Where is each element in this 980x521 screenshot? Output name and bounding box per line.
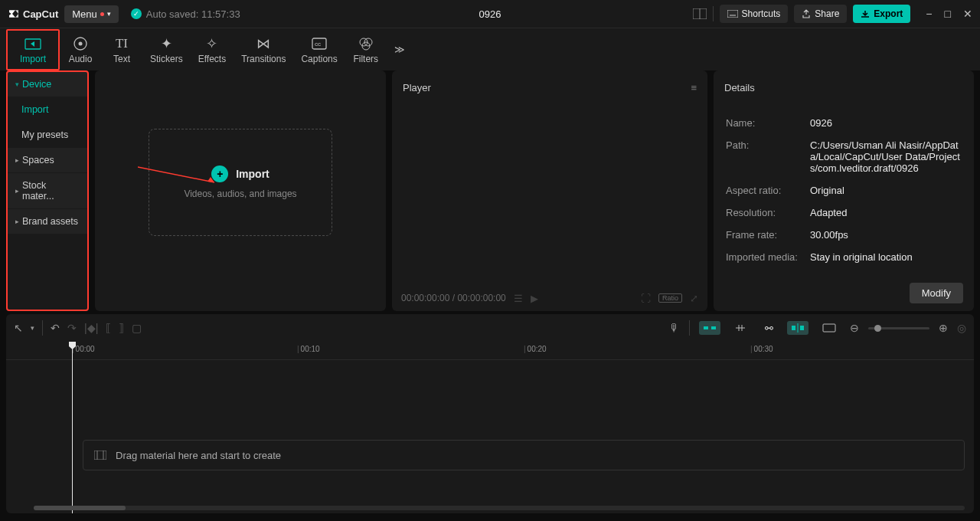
import-icon bbox=[24, 35, 41, 52]
zoom-in-button[interactable]: ⊕ bbox=[939, 322, 948, 334]
main-row: ▾ Device Import My presets ▸ Spaces ▸ St… bbox=[0, 70, 980, 311]
playhead[interactable] bbox=[72, 342, 73, 513]
timeline-tools-right: 🎙 ⚯ ⊖ ⊕ ◎ bbox=[669, 320, 966, 336]
zoom-fit-button[interactable]: ◎ bbox=[957, 322, 966, 334]
filters-icon bbox=[358, 35, 374, 52]
sidebar-stock-label: Stock mater... bbox=[22, 180, 80, 202]
modify-button[interactable]: Modify bbox=[910, 283, 963, 303]
sidebar-item-presets[interactable]: My presets bbox=[8, 123, 87, 147]
detail-name-key: Name: bbox=[726, 117, 810, 129]
sidebar-presets-label: My presets bbox=[21, 129, 68, 140]
sidebar-item-device[interactable]: ▾ Device bbox=[8, 72, 87, 97]
layout-icon[interactable] bbox=[693, 8, 707, 19]
tab-transitions[interactable]: ⋈ Transitions bbox=[234, 32, 293, 67]
timeline-ruler[interactable]: 00:00 00:10 00:20 00:30 bbox=[6, 342, 974, 360]
divider bbox=[689, 320, 690, 336]
delete-tool[interactable]: ▢ bbox=[132, 322, 142, 334]
main-tabs: Import Audio TI Text ✦ Stickers ✧ Effect… bbox=[0, 28, 980, 70]
focus-icon[interactable]: ⛶ bbox=[641, 293, 651, 304]
media-panel: + Import Videos, audios, and images bbox=[95, 70, 386, 311]
text-icon: TI bbox=[116, 35, 128, 52]
player-title: Player bbox=[403, 82, 431, 93]
chevron-down-icon[interactable]: ▾ bbox=[31, 324, 34, 332]
import-tab-highlight: Import bbox=[6, 29, 60, 70]
sidebar-item-stock[interactable]: ▸ Stock mater... bbox=[8, 173, 87, 208]
detail-res-val: Adapted bbox=[810, 207, 962, 218]
ratio-button[interactable]: Ratio bbox=[658, 293, 682, 303]
zoom-out-button[interactable]: ⊖ bbox=[850, 322, 859, 334]
share-button[interactable]: Share bbox=[794, 5, 847, 23]
titlebar: CapCut Menu ▾ ✓ Auto saved: 11:57:33 092… bbox=[0, 0, 980, 28]
trim-right-tool[interactable]: ⟧ bbox=[119, 322, 124, 334]
notification-dot bbox=[100, 12, 104, 16]
detail-fps-key: Frame rate: bbox=[726, 229, 810, 241]
import-drop-hint: Videos, audios, and images bbox=[184, 188, 296, 199]
details-footer: Modify bbox=[714, 275, 974, 311]
divider bbox=[713, 6, 714, 21]
scrollbar-thumb[interactable] bbox=[34, 506, 126, 510]
svg-rect-16 bbox=[800, 326, 804, 330]
fullscreen-icon[interactable]: ⤢ bbox=[690, 293, 698, 304]
svg-rect-18 bbox=[823, 324, 835, 332]
tab-audio[interactable]: Audio bbox=[60, 32, 101, 67]
details-panel: Details Name:0926 Path:C:/Users/Usman Al… bbox=[714, 70, 974, 311]
sidebar-item-brand[interactable]: ▸ Brand assets bbox=[8, 209, 87, 234]
detail-path-key: Path: bbox=[726, 139, 810, 174]
tab-stickers[interactable]: ✦ Stickers bbox=[142, 32, 191, 67]
svg-rect-15 bbox=[792, 326, 795, 330]
share-label: Share bbox=[815, 8, 839, 19]
tab-effects[interactable]: ✧ Effects bbox=[191, 32, 234, 67]
import-sidebar: ▾ Device Import My presets ▸ Spaces ▸ St… bbox=[6, 70, 89, 311]
tab-import[interactable]: Import bbox=[12, 32, 54, 67]
list-icon[interactable]: ☰ bbox=[514, 293, 523, 304]
detail-path-val: C:/Users/Usman Ali Nasir/AppData/Local/C… bbox=[810, 139, 962, 174]
details-title: Details bbox=[724, 82, 755, 93]
split-tool[interactable]: |◆| bbox=[84, 322, 98, 334]
link-toggle[interactable] bbox=[730, 321, 751, 335]
player-viewport bbox=[398, 104, 701, 285]
chevron-right-icon: ▸ bbox=[15, 218, 19, 225]
timeline: 00:00 00:10 00:20 00:30 Drag material he… bbox=[6, 342, 974, 513]
timeline-drop-text: Drag material here and start to create bbox=[116, 450, 281, 461]
tab-filters[interactable]: Filters bbox=[345, 32, 387, 67]
stickers-icon: ✦ bbox=[161, 35, 172, 52]
play-button[interactable]: ▶ bbox=[531, 293, 538, 304]
hamburger-icon[interactable]: ≡ bbox=[691, 82, 697, 93]
export-button[interactable]: Export bbox=[853, 5, 910, 23]
zoom-slider[interactable] bbox=[868, 327, 929, 329]
snap-toggle[interactable] bbox=[787, 321, 808, 335]
close-button[interactable]: ✕ bbox=[963, 8, 972, 20]
trim-left-tool[interactable]: ⟦ bbox=[106, 322, 111, 334]
cursor-tool[interactable]: ↖ bbox=[14, 322, 23, 334]
svg-rect-14 bbox=[711, 326, 716, 329]
export-label: Export bbox=[874, 8, 903, 19]
captions-icon: cc bbox=[312, 35, 327, 52]
magnet-toggle[interactable] bbox=[699, 321, 720, 335]
app-logo: CapCut bbox=[8, 8, 58, 20]
minimize-button[interactable]: − bbox=[926, 8, 932, 20]
undo-button[interactable]: ↶ bbox=[51, 322, 60, 334]
player-header: Player ≡ bbox=[392, 70, 707, 104]
tab-captions[interactable]: cc Captions bbox=[293, 32, 345, 67]
detail-res-key: Resolution: bbox=[726, 207, 810, 218]
timeline-scrollbar[interactable] bbox=[34, 506, 965, 510]
redo-button[interactable]: ↷ bbox=[67, 322, 77, 334]
zoom-thumb[interactable] bbox=[874, 325, 881, 332]
more-tabs-button[interactable]: ≫ bbox=[390, 39, 410, 60]
timeline-drop-zone[interactable]: Drag material here and start to create bbox=[83, 440, 965, 470]
sidebar-item-spaces[interactable]: ▸ Spaces bbox=[8, 148, 87, 172]
ruler-tick-30: 00:30 bbox=[750, 345, 773, 353]
maximize-button[interactable]: □ bbox=[945, 8, 951, 20]
chevron-right-icon: ▸ bbox=[15, 156, 19, 164]
ruler-tick-20: 00:20 bbox=[524, 345, 547, 353]
tab-text-label: Text bbox=[113, 54, 130, 64]
tab-text[interactable]: TI Text bbox=[101, 32, 142, 67]
player-panel: Player ≡ 00:00:00:00 / 00:00:00:00 ☰ ▶ ⛶… bbox=[392, 70, 707, 311]
mic-icon[interactable]: 🎙 bbox=[669, 322, 680, 334]
chain-toggle[interactable]: ⚯ bbox=[760, 320, 778, 336]
import-drop-zone[interactable]: + Import Videos, audios, and images bbox=[149, 129, 332, 236]
sidebar-item-import[interactable]: Import bbox=[8, 97, 87, 122]
menu-button[interactable]: Menu ▾ bbox=[64, 5, 119, 23]
shortcuts-button[interactable]: Shortcuts bbox=[720, 5, 789, 23]
preview-toggle[interactable] bbox=[818, 321, 841, 335]
